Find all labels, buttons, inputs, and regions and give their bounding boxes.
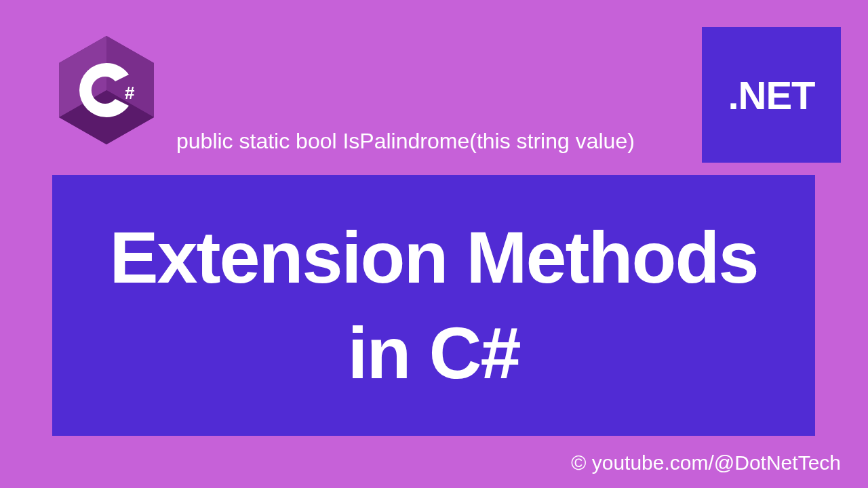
- title-line-2: in C#: [347, 312, 519, 394]
- dotnet-badge: .NET: [702, 27, 841, 163]
- code-snippet: public static bool IsPalindrome(this str…: [176, 129, 635, 154]
- credit-text: © youtube.com/@DotNetTech: [571, 451, 841, 474]
- title-line-1: Extension Methods: [109, 216, 757, 298]
- title-text: Extension Methods in C#: [109, 210, 757, 401]
- svg-text:#: #: [125, 83, 135, 103]
- dotnet-label: .NET: [728, 73, 814, 118]
- csharp-logo: #: [56, 33, 157, 148]
- title-box: Extension Methods in C#: [52, 175, 815, 436]
- csharp-hexagon-icon: #: [56, 33, 157, 148]
